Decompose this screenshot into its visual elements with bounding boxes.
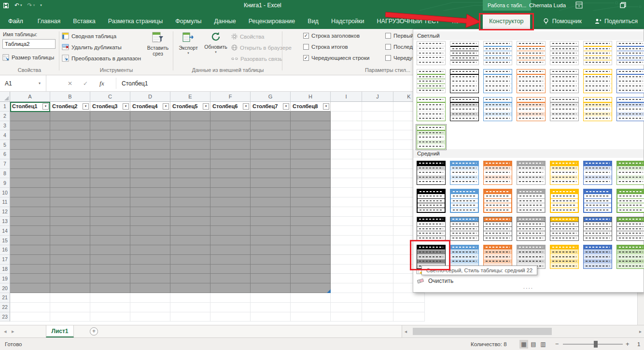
cell-E1[interactable]: Столбец5▾ <box>170 102 210 112</box>
row-header-7[interactable]: 7 <box>0 159 10 169</box>
cell-E17[interactable] <box>170 255 210 265</box>
cell-I1[interactable] <box>331 102 362 112</box>
formula-content[interactable]: Столбец1 <box>122 75 148 91</box>
view-normal-icon[interactable]: ▦ <box>519 340 528 349</box>
cell-A2[interactable] <box>10 112 50 121</box>
cell-A19[interactable] <box>10 274 50 283</box>
cell-H8[interactable] <box>291 169 331 179</box>
insert-slicer-button[interactable]: Вставить срез <box>144 31 172 56</box>
cell-F15[interactable] <box>210 236 251 245</box>
cell-G12[interactable] <box>251 207 291 217</box>
gallery-resize-grip[interactable]: .... <box>413 283 644 290</box>
cell-D23[interactable] <box>130 312 170 322</box>
cell-I17[interactable] <box>331 255 362 265</box>
cell-A4[interactable] <box>10 130 50 140</box>
cell-E9[interactable] <box>170 178 210 188</box>
cell-I19[interactable] <box>331 274 362 283</box>
cell-F9[interactable] <box>210 178 251 188</box>
cell-F2[interactable] <box>210 112 251 121</box>
row-header-12[interactable]: 12 <box>0 207 10 217</box>
table-style-thumbnail[interactable] <box>517 69 546 93</box>
row-header-11[interactable]: 11 <box>0 197 10 207</box>
cell-B3[interactable] <box>50 121 90 131</box>
cell-J4[interactable] <box>362 130 393 140</box>
column-header-F[interactable]: F <box>210 92 251 102</box>
cell-H9[interactable] <box>291 178 331 188</box>
cell-B23[interactable] <box>50 312 90 322</box>
user-name[interactable]: Chernata Luda <box>529 0 566 11</box>
table-style-thumbnail[interactable] <box>450 161 479 185</box>
ribbon-tab-Рецензирование[interactable]: Рецензирование <box>242 14 302 29</box>
cell-D21[interactable] <box>130 293 170 303</box>
table-style-thumbnail[interactable] <box>517 41 546 65</box>
convert-to-range-button[interactable]: Преобразовать в диапазон <box>62 55 141 62</box>
ribbon-tab-Разметка страницы[interactable]: Разметка страницы <box>102 14 169 29</box>
table-style-thumbnail[interactable] <box>483 97 512 121</box>
pivot-table-button[interactable]: Сводная таблица <box>62 32 116 40</box>
cell-G3[interactable] <box>251 121 291 131</box>
ribbon-tab-Главная[interactable]: Главная <box>31 14 67 29</box>
filter-dropdown-icon[interactable]: ▾ <box>283 103 289 110</box>
table-style-thumbnail[interactable] <box>583 69 612 93</box>
row-header-19[interactable]: 19 <box>0 274 10 283</box>
table-style-thumbnail[interactable] <box>550 245 579 269</box>
cell-E11[interactable] <box>170 197 210 207</box>
cell-C8[interactable] <box>90 169 130 179</box>
cell-E8[interactable] <box>170 169 210 179</box>
filter-dropdown-icon[interactable]: ▾ <box>203 103 209 110</box>
cell-J14[interactable] <box>362 226 393 236</box>
cell-B5[interactable] <box>50 140 90 150</box>
cell-B14[interactable] <box>50 226 90 236</box>
cell-G7[interactable] <box>251 159 291 169</box>
cell-E20[interactable] <box>170 283 210 293</box>
cell-D4[interactable] <box>130 130 170 140</box>
table-style-thumbnail[interactable] <box>583 41 612 65</box>
cell-H14[interactable] <box>291 226 331 236</box>
cell-J3[interactable] <box>362 121 393 131</box>
select-all-corner[interactable] <box>0 92 10 102</box>
cell-F10[interactable] <box>210 188 251 197</box>
table-style-thumbnail[interactable] <box>550 161 579 185</box>
zoom-in-button[interactable]: + <box>626 338 630 350</box>
cell-G9[interactable] <box>251 178 291 188</box>
cell-H5[interactable] <box>291 140 331 150</box>
cell-A10[interactable] <box>10 188 50 197</box>
cell-I3[interactable] <box>331 121 362 131</box>
cell-D2[interactable] <box>130 112 170 121</box>
cell-C21[interactable] <box>90 293 130 303</box>
save-button[interactable] <box>3 2 9 9</box>
column-header-B[interactable]: B <box>50 92 90 102</box>
cell-F3[interactable] <box>210 121 251 131</box>
table-style-thumbnail[interactable] <box>450 97 479 121</box>
cell-J22[interactable] <box>362 303 393 312</box>
cell-D1[interactable]: Столбец4▾ <box>130 102 170 112</box>
cell-F22[interactable] <box>210 303 251 312</box>
cell-I7[interactable] <box>331 159 362 169</box>
cell-J8[interactable] <box>362 169 393 179</box>
filter-dropdown-icon[interactable]: ▾ <box>83 103 89 110</box>
cell-C7[interactable] <box>90 159 130 169</box>
table-style-thumbnail[interactable] <box>583 189 612 213</box>
row-header-20[interactable]: 20 <box>0 283 10 293</box>
table-style-thumbnail[interactable] <box>550 189 579 213</box>
cell-B17[interactable] <box>50 255 90 265</box>
cell-I13[interactable] <box>331 217 362 226</box>
cell-C20[interactable] <box>90 283 130 293</box>
filter-dropdown-icon[interactable]: ▾ <box>323 103 329 110</box>
assistant-tab[interactable]: Помощник <box>536 14 588 29</box>
cell-F4[interactable] <box>210 130 251 140</box>
cell-A1[interactable]: Столбец1▾ <box>10 102 50 112</box>
table-style-thumbnail[interactable] <box>450 189 479 213</box>
column-header-G[interactable]: G <box>251 92 291 102</box>
cell-H21[interactable] <box>291 293 331 303</box>
cell-C3[interactable] <box>90 121 130 131</box>
cell-I10[interactable] <box>331 188 362 197</box>
cell-J21[interactable] <box>362 293 393 303</box>
cell-C6[interactable] <box>90 150 130 159</box>
row-header-14[interactable]: 14 <box>0 226 10 236</box>
cell-I2[interactable] <box>331 112 362 121</box>
cell-C19[interactable] <box>90 274 130 283</box>
filter-dropdown-icon[interactable]: ▾ <box>123 103 129 110</box>
cell-H22[interactable] <box>291 303 331 312</box>
table-style-thumbnail[interactable] <box>450 217 479 241</box>
